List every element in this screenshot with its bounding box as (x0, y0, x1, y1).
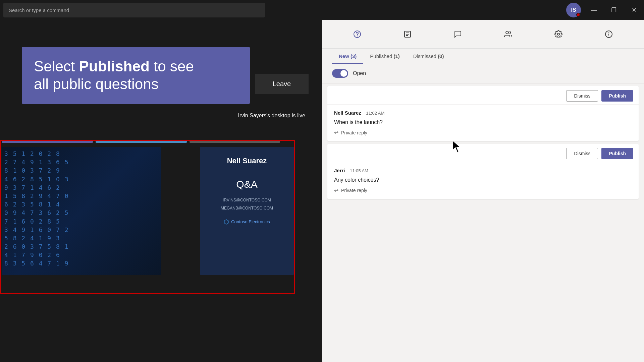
search-box[interactable]: Search or type a command (3, 3, 265, 17)
tooltip-text: Select Published to see all public quest… (34, 58, 238, 93)
tooltip-text1: Select (34, 58, 79, 74)
open-toggle[interactable] (332, 69, 348, 78)
card-1-reply-label: Private reply (341, 130, 367, 135)
card-1-actions: Dismiss Publish (327, 86, 639, 105)
avatar[interactable]: IS (566, 3, 581, 17)
pbar-1 (2, 141, 93, 143)
tab-new[interactable]: New (3) (332, 49, 363, 64)
digit-pattern: 3 5 1 2 0 2 8 2 7 4 9 1 3 6 5 8 1 0 3 7 … (2, 147, 161, 275)
main-area: Select Published to see all public quest… (0, 20, 322, 362)
tooltip-line2: all public questions (34, 76, 159, 92)
slide-title: Nell Suarez (227, 156, 267, 166)
tab-published[interactable]: Published (1) (363, 49, 406, 64)
question-card-2: Dismiss Publish Jerri 11:05 AM Any color… (327, 144, 639, 199)
card-2-reply[interactable]: ↩ Private reply (334, 187, 632, 194)
progress-bars (2, 141, 307, 143)
logo-icon: ⬡ (224, 218, 229, 226)
settings-toolbar-icon[interactable] (551, 27, 566, 42)
people-toolbar-icon[interactable] (501, 27, 516, 42)
card-2-question: Any color choices? (334, 176, 632, 184)
title-bar: Search or type a command IS — ❐ ✕ (0, 0, 644, 20)
qa-toolbar-icon[interactable] (350, 27, 365, 42)
svg-point-3 (506, 31, 508, 34)
card-2-actions: Dismiss Publish (327, 144, 639, 162)
minimize-button[interactable]: — (584, 0, 604, 20)
dismiss-button-2[interactable]: Dismiss (566, 148, 598, 159)
slide-qa: Q&A (236, 179, 257, 190)
tooltip-text2: to see (150, 58, 194, 74)
tooltip-overlay: Select Published to see all public quest… (22, 47, 250, 104)
dismiss-button-1[interactable]: Dismiss (566, 90, 598, 102)
card-1-question: When is the launch? (334, 119, 632, 126)
pbar-3 (190, 141, 280, 143)
card-2-time: 11:05 AM (350, 168, 368, 173)
reply-icon-2: ↩ (334, 187, 338, 194)
card-1-reply[interactable]: ↩ Private reply (334, 129, 632, 136)
pbar-2 (96, 141, 187, 143)
title-bar-right: IS — ❐ ✕ (564, 0, 644, 20)
toggle-row: Open (322, 64, 644, 83)
avatar-badge (576, 13, 580, 17)
maximize-button[interactable]: ❐ (604, 0, 624, 20)
right-panel: New (3) Published (1) Dismissed (0) Open… (322, 20, 644, 362)
tab-new-count: (3) (351, 53, 357, 59)
card-2-author: Jerri (334, 168, 345, 173)
tab-published-count: (1) (393, 53, 399, 59)
logo-text: Contoso Electronics (231, 219, 270, 224)
email2: MEGANB@CONTOSO.COM (221, 206, 273, 210)
leave-button[interactable]: Leave (255, 74, 309, 94)
chat-toolbar-icon[interactable] (450, 27, 465, 42)
svg-point-4 (557, 33, 559, 35)
card-1-time: 11:02 AM (366, 111, 384, 116)
questions-area: Dismiss Publish Nell Suarez 11:02 AM Whe… (322, 83, 644, 358)
live-text: Irvin Sayers's desktop is live (238, 113, 305, 119)
tooltip-bold: Published (79, 58, 150, 74)
card-2-content: Jerri 11:05 AM Any color choices? ↩ Priv… (327, 162, 639, 199)
tab-dismissed-label: Dismissed (413, 53, 438, 59)
tab-published-label: Published (370, 53, 393, 59)
question-card-1: Dismiss Publish Nell Suarez 11:02 AM Whe… (327, 86, 639, 141)
search-text: Search or type a command (9, 7, 69, 13)
tabs-row: New (3) Published (1) Dismissed (0) (322, 49, 644, 64)
slide-logo: ⬡ Contoso Electronics (224, 218, 270, 226)
close-button[interactable]: ✕ (624, 0, 644, 20)
tab-new-label: New (339, 53, 351, 59)
card-1-content: Nell Suarez 11:02 AM When is the launch?… (327, 105, 639, 141)
reply-icon-1: ↩ (334, 129, 338, 136)
notes-toolbar-icon[interactable] (400, 27, 415, 42)
card-1-author: Nell Suarez (334, 110, 361, 116)
digit-slide: 3 5 1 2 0 2 8 2 7 4 9 1 3 6 5 8 1 0 3 7 … (2, 147, 161, 275)
email1: IRVINS@CONTOSO.COM (223, 198, 271, 202)
panel-toolbar (322, 20, 644, 49)
toggle-knob (340, 70, 347, 77)
qa-slide: Nell Suarez Q&A IRVINS@CONTOSO.COM MEGAN… (200, 147, 294, 275)
live-bar: Irvin Sayers's desktop is live (0, 109, 309, 122)
publish-button-2[interactable]: Publish (601, 148, 633, 159)
publish-button-1[interactable]: Publish (601, 90, 633, 102)
avatar-wrap: IS (564, 0, 584, 20)
svg-point-1 (357, 36, 358, 36)
tab-dismissed[interactable]: Dismissed (0) (407, 49, 451, 64)
info-toolbar-icon[interactable] (601, 27, 616, 42)
toggle-label: Open (353, 70, 366, 76)
tab-dismissed-count: (0) (438, 53, 444, 59)
card-2-reply-label: Private reply (341, 188, 367, 193)
slide-emails: IRVINS@CONTOSO.COM MEGANB@CONTOSO.COM (221, 196, 273, 212)
